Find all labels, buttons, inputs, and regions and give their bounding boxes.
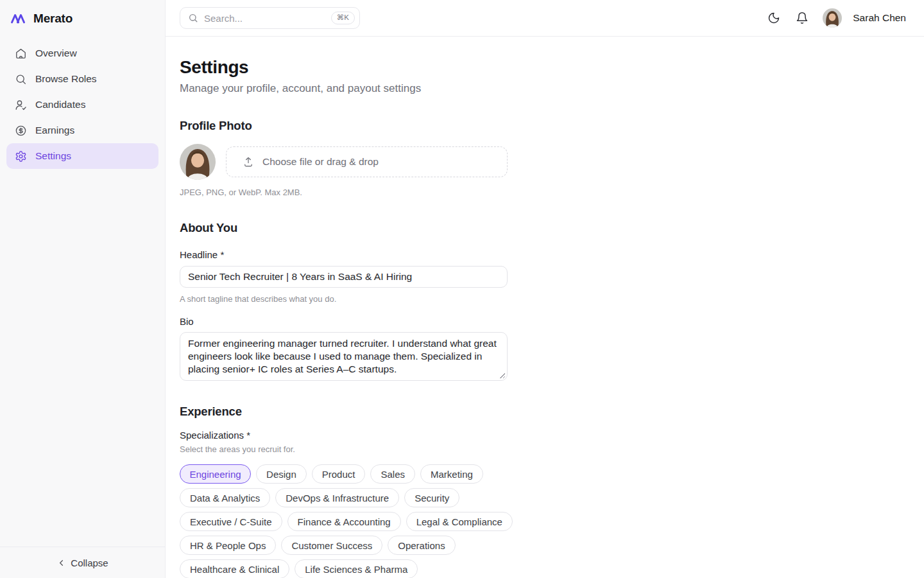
chip-customer-success[interactable]: Customer Success xyxy=(281,536,382,555)
sidebar-item-candidates[interactable]: Candidates xyxy=(6,92,158,118)
specializations-label: Specializations * xyxy=(180,430,508,441)
sidebar-item-label: Earnings xyxy=(35,125,74,136)
bio-textarea[interactable]: Former engineering manager turned recrui… xyxy=(180,332,508,381)
chip-devops-infrastructure[interactable]: DevOps & Infrastructure xyxy=(275,488,399,507)
sidebar-item-label: Browse Roles xyxy=(35,73,97,85)
notifications-button[interactable] xyxy=(791,6,814,30)
top-bar: ⌘K xyxy=(166,0,924,37)
specialization-chips: EngineeringDesignProductSalesMarketingDa… xyxy=(180,464,508,578)
gear-icon xyxy=(15,150,27,162)
sidebar: Merato OverviewBrowse RolesCandidatesEar… xyxy=(0,0,166,578)
search-icon xyxy=(188,13,198,23)
user-avatar[interactable] xyxy=(823,8,842,28)
sidebar-item-settings[interactable]: Settings xyxy=(6,143,158,169)
experience-heading: Experience xyxy=(180,405,508,419)
chip-operations[interactable]: Operations xyxy=(388,536,455,555)
chip-sales[interactable]: Sales xyxy=(370,464,415,484)
brand-name: Merato xyxy=(33,12,73,26)
photo-dropzone[interactable]: Choose file or drag & drop xyxy=(226,146,508,177)
chip-legal-compliance[interactable]: Legal & Compliance xyxy=(406,512,513,531)
sidebar-item-label: Overview xyxy=(35,48,77,59)
chip-data-analytics[interactable]: Data & Analytics xyxy=(180,488,270,507)
bio-label: Bio xyxy=(180,316,508,327)
dollar-circle-icon xyxy=(15,125,27,137)
app-window: Merato OverviewBrowse RolesCandidatesEar… xyxy=(0,0,924,578)
profile-photo-heading: Profile Photo xyxy=(180,119,508,133)
sidebar-item-overview[interactable]: Overview xyxy=(6,40,158,66)
collapse-button[interactable]: Collapse xyxy=(0,547,165,578)
sidebar-nav: OverviewBrowse RolesCandidatesEarningsSe… xyxy=(0,37,165,547)
profile-photo-preview xyxy=(180,144,216,180)
chip-finance-accounting[interactable]: Finance & Accounting xyxy=(287,512,401,531)
search-icon xyxy=(15,73,27,85)
page-title: Settings xyxy=(180,57,508,78)
photo-help-text: JPEG, PNG, or WebP. Max 2MB. xyxy=(180,188,508,197)
brand-logo: Merato xyxy=(0,0,165,37)
user-name[interactable]: Sarah Chen xyxy=(853,12,906,24)
sidebar-item-label: Settings xyxy=(35,150,71,162)
headline-input[interactable] xyxy=(180,266,508,288)
sidebar-item-label: Candidates xyxy=(35,99,85,110)
bell-icon xyxy=(796,12,809,24)
moon-icon xyxy=(767,12,780,24)
main-content: Settings Manage your profile, account, a… xyxy=(166,37,924,578)
sidebar-item-browse-roles[interactable]: Browse Roles xyxy=(6,66,158,92)
chip-executive-c-suite[interactable]: Executive / C-Suite xyxy=(180,512,282,531)
headline-help-text: A short tagline that describes what you … xyxy=(180,294,508,304)
user-check-icon xyxy=(15,99,27,111)
search-box[interactable]: ⌘K xyxy=(180,7,360,29)
chip-design[interactable]: Design xyxy=(256,464,307,484)
brand-logo-icon xyxy=(10,12,28,25)
about-heading: About You xyxy=(180,221,508,235)
home-icon xyxy=(15,48,27,60)
search-shortcut-badge: ⌘K xyxy=(331,12,355,24)
headline-label: Headline * xyxy=(180,249,508,260)
chip-security[interactable]: Security xyxy=(404,488,459,507)
textarea-resize-handle[interactable] xyxy=(499,372,505,378)
search-input[interactable] xyxy=(204,13,325,24)
chip-marketing[interactable]: Marketing xyxy=(420,464,483,484)
chip-hr-people-ops[interactable]: HR & People Ops xyxy=(180,536,276,555)
page-subtitle: Manage your profile, account, and payout… xyxy=(180,82,508,95)
sidebar-item-earnings[interactable]: Earnings xyxy=(6,118,158,143)
upload-icon xyxy=(243,156,254,168)
collapse-label: Collapse xyxy=(71,557,108,568)
chip-engineering[interactable]: Engineering xyxy=(180,464,251,484)
chevron-left-icon xyxy=(56,558,66,568)
chip-healthcare-clinical[interactable]: Healthcare & Clinical xyxy=(180,559,289,578)
dropzone-label: Choose file or drag & drop xyxy=(262,156,379,168)
chip-product[interactable]: Product xyxy=(312,464,366,484)
theme-toggle-button[interactable] xyxy=(762,6,785,30)
specializations-help-text: Select the areas you recruit for. xyxy=(180,444,508,454)
chip-life-sciences-pharma[interactable]: Life Sciences & Pharma xyxy=(295,559,418,578)
